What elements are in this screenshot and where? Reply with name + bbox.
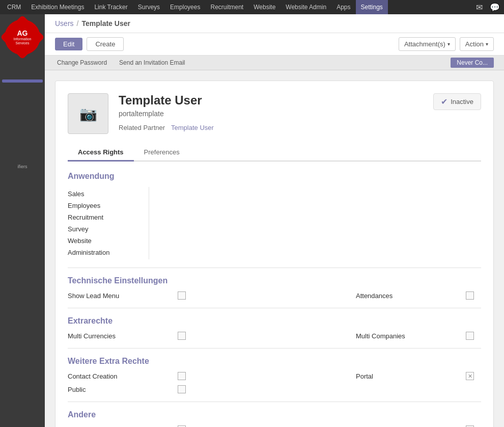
multi-currencies-label: Multi Currencies (68, 332, 170, 340)
nav-website-admin[interactable]: Website Admin (281, 0, 331, 14)
inactive-badge[interactable]: ✔ Inactive (433, 93, 481, 110)
multi-currencies-checkbox[interactable] (178, 332, 186, 340)
list-item: Survey (68, 224, 141, 234)
change-password-button[interactable]: Change Password (55, 58, 109, 67)
nav-crm[interactable]: CRM (2, 0, 26, 14)
list-item: Employees (68, 201, 141, 210)
tabs: Access Rights Preferences (68, 144, 481, 162)
weitere-title: Weitere Extra Rechte (68, 357, 481, 366)
breadcrumb-parent[interactable]: Users (55, 19, 74, 28)
portal-checkbox[interactable]: ✕ (466, 372, 474, 380)
email-icon[interactable]: ✉ (474, 3, 485, 12)
anwendung-section: Sales Employees Recruitment Survey Websi… (68, 187, 481, 259)
multi-companies-checkbox[interactable] (466, 332, 474, 340)
top-navigation: CRM Exhibition Meetings Link Tracker Sur… (0, 0, 504, 14)
user-card: 📷 Template User portaltemplate Related P… (55, 81, 494, 427)
contact-creation-checkbox[interactable] (178, 372, 186, 380)
related-partner-link[interactable]: Template User (171, 124, 214, 131)
never-contacted-button[interactable]: Never Co... (451, 58, 494, 68)
tab-preferences[interactable]: Preferences (134, 144, 190, 162)
attendances-checkbox[interactable] (466, 291, 474, 300)
logo-ag: AG (13, 30, 31, 37)
checkbox-x-icon: ✕ (468, 373, 472, 379)
sidebar: AG InformationServices ifiers (0, 14, 45, 427)
nav-website[interactable]: Website (248, 0, 281, 14)
attachments-caret-icon: ▾ (447, 41, 450, 47)
edit-button[interactable]: Edit (55, 38, 82, 50)
extrarechte-title: Extrarechte (68, 316, 481, 326)
show-lead-menu-checkbox[interactable] (178, 291, 186, 300)
nav-recruitment[interactable]: Recruitment (205, 0, 248, 14)
main-content: Users / Template User Edit Create Attach… (45, 14, 504, 427)
technische-title: Technische Einstellungen (68, 276, 481, 285)
camera-icon: 📷 (79, 105, 97, 122)
chat-icon[interactable]: 💬 (488, 3, 502, 12)
nav-settings[interactable]: Settings (356, 0, 388, 14)
access-rights-content: Anwendung Sales Employees Recruitment Su… (68, 172, 481, 427)
sidebar-logo: AG InformationServices (5, 19, 40, 55)
toolbar: Edit Create Attachment(s) ▾ Action ▾ (45, 33, 504, 56)
multi-companies-label: Multi Companies (356, 332, 458, 340)
list-item: Administration (68, 248, 141, 257)
show-lead-menu-label: Show Lead Menu (68, 292, 170, 300)
breadcrumb-current: Template User (81, 19, 130, 28)
breadcrumb: Users / Template User (45, 14, 504, 33)
attendances-label: Attendances (356, 292, 458, 300)
user-avatar: 📷 (68, 93, 108, 134)
nav-link-tracker[interactable]: Link Tracker (89, 0, 132, 14)
nav-apps[interactable]: Apps (331, 0, 355, 14)
nav-surveys[interactable]: Surveys (133, 0, 165, 14)
app-list: Sales Employees Recruitment Survey Websi… (68, 187, 149, 259)
breadcrumb-separator: / (77, 19, 79, 28)
user-username: portaltemplate (119, 110, 423, 118)
user-related: Related Partner Template User (119, 124, 423, 131)
inactive-label: Inactive (451, 98, 473, 105)
send-invitation-button[interactable]: Send an Invitation Email (117, 58, 187, 67)
public-label: Public (68, 386, 170, 393)
user-name: Template User (119, 93, 423, 108)
action-bar: Change Password Send an Invitation Email… (45, 56, 504, 70)
portal-label: Portal (356, 372, 458, 380)
action-caret-icon: ▾ (486, 41, 488, 47)
checkmark-icon: ✔ (441, 97, 447, 106)
main-layout: AG InformationServices ifiers Users / Te… (0, 14, 504, 427)
related-partner-label: Related Partner (119, 124, 165, 131)
nav-employees[interactable]: Employees (165, 0, 205, 14)
user-info: Template User portaltemplate Related Par… (119, 93, 423, 131)
attachments-button[interactable]: Attachment(s) ▾ (399, 37, 456, 51)
nav-exhibition-meetings[interactable]: Exhibition Meetings (26, 0, 89, 14)
sidebar-active-bar (2, 79, 43, 83)
tab-access-rights[interactable]: Access Rights (68, 144, 134, 162)
logo-subtext: InformationServices (13, 37, 31, 45)
list-item: Sales (68, 189, 141, 199)
anwendung-title: Anwendung (68, 172, 481, 181)
public-checkbox[interactable] (178, 385, 186, 393)
sidebar-nav-label[interactable]: ifiers (15, 164, 29, 169)
contact-creation-label: Contact Creation (68, 372, 170, 380)
user-header: 📷 Template User portaltemplate Related P… (68, 93, 481, 134)
create-button[interactable]: Create (87, 37, 124, 51)
action-button[interactable]: Action ▾ (460, 37, 494, 51)
list-item: Website (68, 236, 141, 246)
list-item: Recruitment (68, 212, 141, 222)
andere-title: Andere (68, 410, 481, 419)
